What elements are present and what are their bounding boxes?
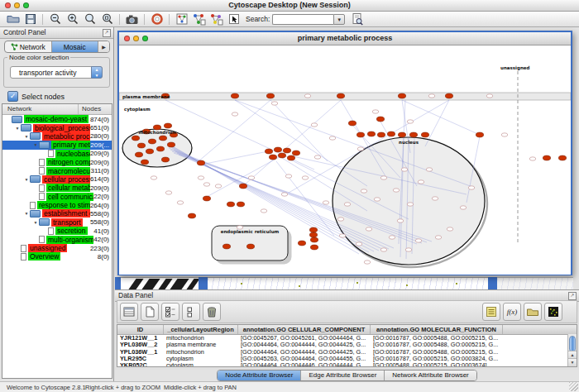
tree-row-cellular-process[interactable]: ▼cellular process614(0)	[2, 175, 112, 184]
tree-row-multi-organism-pro[interactable]: multi-organism pro42(0)	[2, 235, 112, 243]
network-node-selected[interactable]	[310, 245, 318, 250]
network-canvas[interactable]: plasma membranecytoplasmmitochondrionnuc…	[119, 45, 571, 275]
network-node-selected[interactable]	[266, 93, 274, 98]
scroll-down-icon[interactable]: ▼	[568, 358, 577, 366]
select-nodes-checkbox[interactable]: ✓	[7, 91, 18, 102]
network-node-selected[interactable]	[159, 136, 166, 141]
table-row-ylr295c[interactable]: YLR295Ccytoplasm[GO:0045263, GO:0044464,…	[117, 356, 577, 362]
network-node-selected[interactable]	[476, 132, 483, 137]
disclosure-triangle-icon[interactable]: ▼	[23, 134, 30, 139]
network-node[interactable]	[380, 248, 387, 251]
column-header-id[interactable]: ID	[117, 325, 164, 334]
network-node[interactable]	[165, 191, 172, 194]
network-node-selected[interactable]	[231, 93, 238, 98]
network-node[interactable]	[261, 209, 267, 213]
network-window-titlebar[interactable]: primary metabolic process	[119, 32, 571, 45]
network-node[interactable]	[407, 203, 414, 206]
save-session-icon[interactable]	[22, 12, 39, 26]
table-row-ypl036w-2[interactable]: YPL036W__2plasma membrane[GO:0044464, GO…	[117, 342, 577, 348]
column-header-cellularlayoutregion[interactable]: _cellularLayoutRegion	[164, 325, 238, 334]
network-node[interactable]	[426, 168, 433, 171]
network-node-selected[interactable]	[148, 139, 156, 144]
network-node-selected[interactable]	[132, 136, 139, 141]
network-node-selected[interactable]	[274, 147, 281, 152]
zoom-in-icon[interactable]	[64, 12, 81, 26]
matrix-icon[interactable]	[544, 303, 562, 321]
network-node[interactable]	[432, 197, 438, 200]
disclosure-triangle-icon[interactable]: ▼	[32, 220, 39, 225]
network-node[interactable]	[271, 102, 278, 105]
network-node[interactable]	[435, 236, 442, 239]
network-node[interactable]	[486, 94, 493, 98]
annotation-icon[interactable]	[225, 12, 242, 26]
network-node-selected[interactable]	[227, 202, 234, 207]
tree-row-transport[interactable]: ▼transport558(0)	[2, 218, 112, 227]
tab-network[interactable]: Network	[5, 41, 52, 52]
scrollbar-thumb[interactable]	[569, 336, 576, 352]
network-node-selected[interactable]	[421, 132, 428, 137]
delete-attribute-icon[interactable]	[203, 303, 221, 321]
network-node[interactable]	[366, 227, 372, 231]
tree-row-nucleobase[interactable]: nucleobase-209(0)	[2, 150, 112, 158]
tree-row-overview[interactable]: Overview8(0)	[2, 252, 112, 261]
network-node[interactable]	[198, 176, 204, 179]
network-node-selected[interactable]	[246, 244, 254, 249]
tree-row-biological-process[interactable]: ▼biological_process651(0)	[2, 123, 112, 131]
network-edge[interactable]	[402, 100, 480, 135]
network-node[interactable]	[177, 201, 184, 204]
network-node[interactable]	[356, 242, 362, 246]
tab-overflow-arrow[interactable]: ▶	[98, 41, 109, 52]
network-node-selected[interactable]	[278, 153, 285, 158]
network-node[interactable]	[337, 218, 344, 221]
enhanced-search-icon[interactable]	[348, 12, 366, 26]
network-node[interactable]	[215, 184, 222, 188]
tree-row-mosaic-demo-yeast[interactable]: mosaic-demo-yeast874(0)	[2, 115, 112, 123]
network-node[interactable]	[304, 94, 311, 98]
zoom-selected-icon[interactable]	[98, 12, 116, 26]
tree-row-establishment-of-lo[interactable]: ▼establishment of lo558(0)	[2, 209, 112, 218]
tree-row-unassigned[interactable]: unassigned223(0)	[2, 244, 112, 252]
network-node-selected[interactable]	[237, 202, 244, 207]
network-node[interactable]	[447, 227, 453, 231]
network-node[interactable]	[415, 239, 422, 242]
network-node[interactable]	[281, 193, 288, 196]
tree-row-primary-metabo[interactable]: ▼primary metabo209(...	[2, 141, 112, 149]
network-node-selected[interactable]	[310, 237, 318, 242]
unselect-attributes-icon[interactable]	[182, 303, 200, 321]
search-input[interactable]	[272, 14, 333, 25]
network-node[interactable]	[339, 234, 346, 237]
network-node[interactable]	[529, 157, 536, 160]
network-node-selected[interactable]	[156, 146, 164, 151]
background-window-fragment[interactable]	[208, 277, 488, 289]
network-node[interactable]	[311, 123, 318, 127]
network-node-selected[interactable]	[239, 184, 246, 189]
network-node-selected[interactable]	[558, 155, 566, 160]
network-node[interactable]	[314, 155, 321, 159]
network-edge[interactable]	[235, 100, 367, 186]
network-node[interactable]	[344, 203, 351, 206]
network-node-selected[interactable]	[398, 132, 405, 137]
tree-row-macromolecule[interactable]: macromolecule311(0)	[2, 166, 112, 174]
tree-row-response-to-stimulu[interactable]: response to stimulu264(0)	[2, 201, 112, 209]
zoom-out-icon[interactable]	[46, 12, 64, 26]
network-node-selected[interactable]	[298, 241, 305, 246]
disclosure-triangle-icon[interactable]: ▼	[23, 211, 30, 216]
table-row-yjr121w-1[interactable]: YJR121W__1mitochondrion[GO:0045267, GO:0…	[117, 335, 577, 342]
network-node[interactable]	[357, 147, 364, 151]
select-attributes-icon[interactable]	[161, 303, 179, 321]
network-node[interactable]	[397, 219, 404, 222]
network-node[interactable]	[323, 201, 329, 204]
network-node[interactable]	[468, 186, 475, 189]
network-edge[interactable]	[199, 100, 270, 161]
network-node-selected[interactable]	[137, 143, 145, 148]
table-row-ykr052c[interactable]: YKR052Ccytoplasm[GO:0044464, GO:0044446,…	[117, 362, 577, 367]
network-node-selected[interactable]	[161, 157, 169, 162]
network-node[interactable]	[302, 176, 309, 179]
float-panel-icon[interactable]: ↗	[103, 29, 111, 37]
network-node-selected[interactable]	[164, 123, 171, 128]
network-node[interactable]	[374, 198, 380, 201]
float-panel-icon[interactable]: ↗	[568, 292, 577, 300]
network-edge[interactable]	[201, 151, 268, 165]
help-icon[interactable]	[148, 12, 165, 26]
tab-edge-attribute-browser[interactable]: Edge Attribute Browser	[301, 370, 385, 380]
